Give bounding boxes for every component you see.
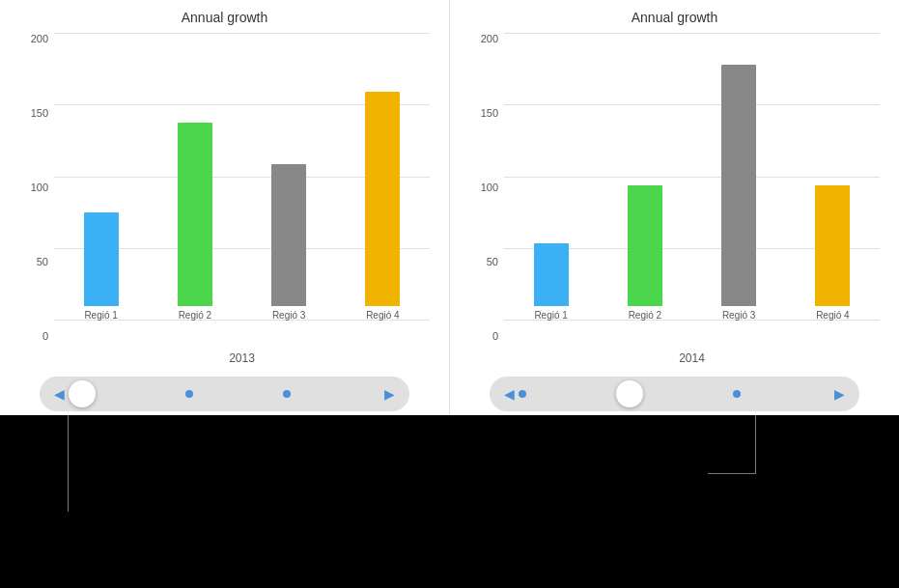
bar-2-4 xyxy=(815,185,850,306)
x-axis-label-1: 2013 xyxy=(54,351,430,369)
slider-dot-1-1 xyxy=(185,390,193,398)
chart-wrapper-1: 200150100500Regió 1Regió 2Regió 3Regió 4… xyxy=(19,33,430,369)
slider-thumb-2[interactable] xyxy=(616,380,643,407)
slider-dot-1-2 xyxy=(283,390,291,398)
bar-2-3 xyxy=(721,65,756,306)
bar-label-2-1: Regió 1 xyxy=(534,310,567,321)
slider-left-arrow-2[interactable]: ◀ xyxy=(499,384,519,404)
chart-container-2: Annual growth200150100500Regió 1Regió 2R… xyxy=(450,0,899,415)
bar-label-2-2: Regió 2 xyxy=(629,310,661,321)
bar-label-1-3: Regió 3 xyxy=(272,310,305,321)
bar-group-2-1: Regió 1 xyxy=(504,243,598,321)
grid-bars-2: Regió 1Regió 2Regió 3Regió 4 xyxy=(504,33,880,348)
grid-bars-1: Regió 1Regió 2Regió 3Regió 4 xyxy=(54,33,430,348)
slider-right-arrow-2[interactable]: ▶ xyxy=(830,384,850,404)
bars-row-2: Regió 1Regió 2Regió 3Regió 4 xyxy=(504,50,880,321)
bar-1-2 xyxy=(178,123,212,306)
slider-bar-1: ◀▶ xyxy=(40,377,409,411)
annotation-line-left-vert xyxy=(68,415,69,512)
y-axis-2: 200150100500 xyxy=(469,33,504,369)
chart-title-1: Annual growth xyxy=(182,10,268,25)
bar-label-2-4: Regió 4 xyxy=(816,310,849,321)
y-axis-1: 200150100500 xyxy=(19,33,54,369)
bar-label-2-3: Regió 3 xyxy=(722,310,755,321)
bar-group-2-2: Regió 2 xyxy=(598,185,691,321)
x-axis-label-2: 2014 xyxy=(504,351,880,369)
bar-label-1-4: Regió 4 xyxy=(366,310,399,321)
bar-1-4 xyxy=(365,92,400,307)
annotation-line-right-horiz xyxy=(708,473,756,474)
bar-1-1 xyxy=(84,212,119,307)
chart-inner-2: Regió 1Regió 2Regió 3Regió 42014 xyxy=(504,33,880,369)
bottom-section xyxy=(0,415,899,588)
chart-wrapper-2: 200150100500Regió 1Regió 2Regió 3Regió 4… xyxy=(469,33,880,369)
bar-group-1-3: Regió 3 xyxy=(242,164,336,322)
chart-container-1: Annual growth200150100500Regió 1Regió 2R… xyxy=(0,0,450,415)
bar-group-2-4: Regió 4 xyxy=(786,185,880,321)
slider-dot-2-1 xyxy=(519,390,526,398)
slider-right-arrow-1[interactable]: ▶ xyxy=(380,384,400,404)
bar-group-1-4: Regió 4 xyxy=(336,92,430,322)
slider-dot-2-2 xyxy=(733,390,741,398)
bar-group-1-2: Regió 2 xyxy=(148,123,241,321)
bar-label-1-1: Regió 1 xyxy=(84,310,117,321)
bar-1-3 xyxy=(271,164,306,307)
bar-group-1-1: Regió 1 xyxy=(54,212,148,322)
chart-inner-1: Regió 1Regió 2Regió 3Regió 42013 xyxy=(54,33,430,369)
chart-title-2: Annual growth xyxy=(632,10,718,25)
bar-2-1 xyxy=(534,243,569,306)
bar-label-1-2: Regió 2 xyxy=(179,310,211,321)
charts-area: Annual growth200150100500Regió 1Regió 2R… xyxy=(0,0,899,415)
annotation-line-right-vert xyxy=(755,415,756,473)
bar-2-2 xyxy=(628,185,662,306)
bar-group-2-3: Regió 3 xyxy=(692,65,786,321)
slider-thumb-1[interactable] xyxy=(69,380,96,407)
slider-left-arrow-1[interactable]: ◀ xyxy=(49,384,69,404)
bars-row-1: Regió 1Regió 2Regió 3Regió 4 xyxy=(54,50,430,321)
slider-bar-2: ◀▶ xyxy=(490,377,859,411)
